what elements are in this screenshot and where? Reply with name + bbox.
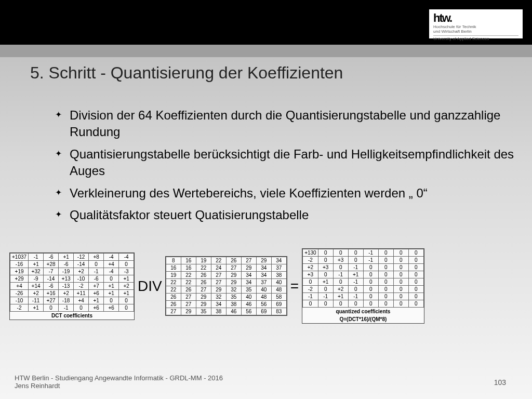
matrix-cell: 29 bbox=[196, 301, 211, 308]
matrix-cell: 0 bbox=[393, 271, 408, 278]
matrix-cell: 0 bbox=[393, 257, 408, 264]
matrix-cell: 0 bbox=[393, 293, 408, 300]
matrix-cell: 0 bbox=[363, 271, 378, 278]
matrix-cell: 0 bbox=[303, 300, 318, 308]
matrix-cell: +29 bbox=[10, 275, 29, 282]
matrix-cell: 0 bbox=[408, 286, 423, 293]
matrix-cell: 0 bbox=[318, 249, 333, 257]
matrix-cell: 26 bbox=[166, 294, 181, 301]
matrix-cell: +14 bbox=[29, 282, 44, 289]
matrix-cell: 0 bbox=[408, 257, 423, 264]
matrix-cell: +27 bbox=[44, 297, 59, 304]
matrix-cell: 69 bbox=[271, 301, 286, 308]
matrix-cell: -10 bbox=[10, 297, 29, 304]
matrix-cell: -14 bbox=[74, 260, 89, 268]
matrix-cell: 34 bbox=[241, 272, 256, 279]
matrix-cell: 46 bbox=[241, 301, 256, 308]
matrix-cell: 29 bbox=[241, 264, 256, 272]
dct-caption: DCT coefficients bbox=[10, 312, 134, 320]
bullet-item: Verkleinerung des Wertebereichs, viele K… bbox=[55, 185, 523, 202]
logo-rule bbox=[433, 35, 518, 36]
matrix-cell: +2 bbox=[303, 264, 318, 271]
matrix-cell: +1 bbox=[318, 278, 333, 286]
matrix-cell: 0 bbox=[348, 286, 363, 293]
htw-logo: htw. Hochschule für Technik und Wirtscha… bbox=[429, 9, 523, 38]
matrix-cell: 26 bbox=[181, 286, 196, 294]
matrix-cell: 40 bbox=[256, 286, 271, 294]
matrix-cell: 27 bbox=[166, 308, 181, 315]
matrix-cell: 34 bbox=[271, 257, 286, 264]
matrix-cell: 35 bbox=[196, 308, 211, 315]
matrix-cell: 0 bbox=[303, 278, 318, 286]
matrix-cell: -1 bbox=[303, 293, 318, 300]
matrix-cell: 22 bbox=[181, 279, 196, 286]
bullet-item: Quantisierungstabelle berücksichtigt die… bbox=[55, 146, 523, 180]
matrix-cell: 0 bbox=[408, 264, 423, 271]
matrix-cell: +1 bbox=[29, 304, 44, 311]
matrix-cell: 0 bbox=[408, 293, 423, 300]
matrix-cell: +6 bbox=[104, 304, 119, 311]
matrix-cell: 27 bbox=[181, 294, 196, 301]
quantized-matrix: +130000-1000-20+30-1000+2+30-10000+30-1+… bbox=[302, 248, 424, 324]
matrix-cell: 46 bbox=[226, 308, 241, 315]
matrix-cell: 24 bbox=[211, 264, 226, 272]
matrix-cell: 27 bbox=[226, 264, 241, 272]
matrix-cell: -1 bbox=[363, 249, 378, 257]
matrix-cell: 32 bbox=[226, 286, 241, 294]
matrix-cell: 0 bbox=[333, 249, 348, 257]
matrix-cell: 22 bbox=[211, 257, 226, 264]
matrix-cell: 27 bbox=[211, 279, 226, 286]
matrix-cell: 0 bbox=[378, 264, 393, 271]
matrix-cell: 26 bbox=[166, 301, 181, 308]
matrix-cell: -1 bbox=[348, 278, 363, 286]
matrix-cell: 0 bbox=[74, 304, 89, 311]
matrix-cell: 0 bbox=[318, 271, 333, 278]
matrix-cell: 0 bbox=[89, 260, 104, 268]
matrix-cell: 27 bbox=[211, 272, 226, 279]
matrix-cell: 0 bbox=[333, 278, 348, 286]
matrix-cell: +1 bbox=[89, 297, 104, 304]
matrix-cell: 0 bbox=[348, 257, 363, 264]
matrix-cell: 29 bbox=[181, 308, 196, 315]
matrix-cell: 26 bbox=[196, 272, 211, 279]
matrix-cell: -4 bbox=[104, 268, 119, 275]
equals-operator: = bbox=[289, 278, 300, 295]
matrix-cell: +1037 bbox=[10, 253, 29, 260]
matrix-cell: 58 bbox=[271, 294, 286, 301]
matrix-cell: +3 bbox=[303, 271, 318, 278]
matrix-cell: 27 bbox=[181, 301, 196, 308]
matrix-cell: +32 bbox=[29, 268, 44, 275]
matrix-cell: -3 bbox=[119, 268, 134, 275]
matrix-cell: 35 bbox=[226, 294, 241, 301]
matrix-cell: 22 bbox=[166, 286, 181, 294]
matrix-cell: -19 bbox=[59, 268, 74, 275]
matrix-cell: 0 bbox=[363, 293, 378, 300]
matrix-cell: +2 bbox=[59, 289, 74, 297]
matrix-cell: 19 bbox=[166, 272, 181, 279]
matrix-cell: 22 bbox=[166, 279, 181, 286]
matrix-cell: 0 bbox=[408, 249, 423, 257]
matrix-cell: 0 bbox=[378, 271, 393, 278]
matrix-cell: +4 bbox=[74, 297, 89, 304]
matrix-cell: 26 bbox=[226, 257, 241, 264]
matrix-cell: +3 bbox=[333, 257, 348, 264]
matrix-cell: -7 bbox=[44, 268, 59, 275]
matrix-cell: -1 bbox=[318, 293, 333, 300]
matrix-cell: 83 bbox=[271, 308, 286, 315]
matrix-cell: 0 bbox=[318, 286, 333, 293]
matrix-cell: +2 bbox=[74, 268, 89, 275]
matrix-cell: 0 bbox=[393, 264, 408, 271]
matrix-cell: -1 bbox=[333, 271, 348, 278]
matrix-cell: -13 bbox=[59, 282, 74, 289]
matrix-cell: 16 bbox=[181, 264, 196, 272]
matrix-cell: 0 bbox=[333, 264, 348, 271]
matrix-cell: -1 bbox=[89, 268, 104, 275]
matrix-cell: +13 bbox=[59, 275, 74, 282]
matrix-cell: 0 bbox=[378, 293, 393, 300]
matrix-cell: 0 bbox=[378, 300, 393, 308]
matrix-cell: +1 bbox=[119, 289, 134, 297]
matrix-cell: -6 bbox=[44, 282, 59, 289]
matrix-cell: 40 bbox=[241, 294, 256, 301]
matrix-cell: +6 bbox=[89, 289, 104, 297]
matrix-cell: +1 bbox=[104, 282, 119, 289]
